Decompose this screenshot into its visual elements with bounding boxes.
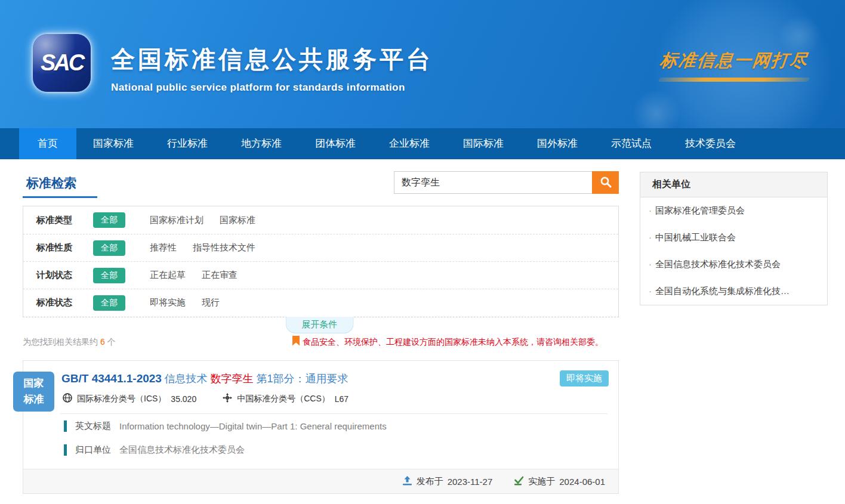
nav-item-group-standards[interactable]: 团体标准 (298, 128, 372, 159)
search-icon (599, 175, 612, 190)
sidebar-item-label: 国家标准化管理委员会 (655, 205, 745, 215)
title-part2: 第1部分：通用要求 (256, 373, 348, 385)
nav-item-local-standards[interactable]: 地方标准 (224, 128, 298, 159)
filter-row-standard-nature: 标准性质 全部 推荐性 指导性技术文件 (23, 234, 618, 261)
card-footer: 发布于 2023-11-27 实施于 2024-06-01 (23, 469, 618, 493)
search-box (394, 171, 619, 194)
item-dot: · (649, 286, 652, 296)
filter-all-button[interactable]: 全部 (93, 240, 125, 256)
slogan-underline (658, 78, 810, 82)
site-title: 全国标准信息公共服务平台 (111, 43, 433, 76)
badge-line1: 国家 (13, 376, 54, 391)
filter-row-plan-status: 计划状态 全部 正在起草 正在审查 (23, 261, 618, 289)
sidebar-item-machinery-federation[interactable]: ·中国机械工业联合会 (640, 224, 827, 251)
site-header: SAC 全国标准信息公共服务平台 National public service… (0, 0, 845, 128)
site-title-block: 全国标准信息公共服务平台 National public service pla… (111, 43, 433, 94)
standard-code[interactable]: GB/T 43441.1-2023 (61, 372, 162, 385)
sidebar-item-it-standardization[interactable]: ·全国信息技术标准化技术委员会 (640, 251, 827, 278)
filter-option[interactable]: 推荐性 (150, 242, 177, 253)
filter-label: 标准类型 (36, 215, 93, 226)
dept-row: 归口单位 全国信息技术标准化技术委员会 (64, 444, 245, 456)
ccs-label: 中国标准分类号（CCS） (237, 394, 330, 404)
nav-item-technical-committee[interactable]: 技术委员会 (668, 128, 753, 159)
implement-label: 实施于 (528, 476, 555, 487)
site-subtitle: National public service platform for sta… (111, 82, 433, 94)
sidebar-item-label: 全国自动化系统与集成标准化技… (655, 286, 790, 296)
results-count-suffix: 个 (107, 337, 116, 347)
search-tab-underline (23, 196, 97, 198)
english-title-value: Information technology—Digital twin—Part… (119, 421, 387, 431)
sac-logo-text: SAC (41, 50, 83, 76)
nav-item-international-standards[interactable]: 国际标准 (446, 128, 520, 159)
status-badge: 即将实施 (560, 370, 609, 386)
search-button[interactable] (592, 171, 619, 194)
ccs-value: L67 (335, 394, 349, 404)
item-dot: · (649, 205, 652, 215)
ics-label: 国际标准分类号（ICS） (77, 394, 166, 404)
notice-text: 食品安全、环境保护、工程建设方面的国家标准未纳入本系统，请咨询相关部委。 (303, 337, 603, 348)
search-input[interactable] (394, 171, 592, 194)
sidebar-item-sac[interactable]: ·国家标准化管理委员会 (640, 197, 827, 224)
filter-all-button[interactable]: 全部 (93, 212, 125, 228)
filter-label: 标准状态 (36, 297, 93, 308)
ics-value: 35.020 (171, 394, 196, 404)
english-title-row: 英文标题 Information technology—Digital twin… (64, 420, 387, 432)
header-slogan: 标准信息一网打尽 (649, 49, 819, 73)
related-units-panel: 相关单位 ·国家标准化管理委员会 ·中国机械工业联合会 ·全国信息技术标准化技术… (640, 172, 828, 305)
publish-date-group: 发布于 2023-11-27 (402, 476, 493, 487)
filter-row-standard-status: 标准状态 全部 即将实施 现行 (23, 289, 618, 316)
sidebar-item-automation-systems[interactable]: ·全国自动化系统与集成标准化技… (640, 278, 827, 305)
card-meta-row: 国际标准分类号（ICS） 35.020 中国标准分类号（CCS） L67 (63, 393, 349, 404)
results-count-prefix: 为您找到相关结果约 (23, 337, 98, 347)
dept-label: 归口单位 (75, 444, 111, 456)
filter-option[interactable]: 现行 (202, 297, 220, 308)
search-results-column: 标准检索 标准类型 全部 国家标准计划 国家标准 标准性质 (23, 159, 619, 504)
main-nav: 首页 国家标准 行业标准 地方标准 团体标准 企业标准 国际标准 国外标准 示范… (0, 128, 845, 159)
publish-label: 发布于 (417, 476, 443, 487)
english-title-label: 英文标题 (75, 420, 111, 432)
nav-item-home[interactable]: 首页 (19, 128, 76, 159)
sac-logo[interactable]: SAC (33, 34, 91, 92)
results-count: 为您找到相关结果约6个 (23, 337, 116, 348)
item-dot: · (649, 232, 652, 242)
results-line: 为您找到相关结果约6个 食品安全、环境保护、工程建设方面的国家标准未纳入本系统，… (23, 336, 619, 348)
filter-all-button[interactable]: 全部 (93, 268, 125, 283)
sidebar-item-label: 中国机械工业联合会 (655, 232, 736, 242)
standard-result-card: 国家 标准 GB/T 43441.1-2023 信息技术 数字孪生 第1部分：通… (23, 360, 619, 494)
nav-item-foreign-standards[interactable]: 国外标准 (520, 128, 594, 159)
nav-item-industry-standards[interactable]: 行业标准 (150, 128, 224, 159)
ics-group: 国际标准分类号（ICS） 35.020 (63, 393, 196, 404)
filter-option[interactable]: 正在审查 (202, 270, 238, 281)
filter-option[interactable]: 国家标准 (220, 215, 255, 226)
attr-bar (64, 444, 67, 456)
standard-title-link[interactable]: GB/T 43441.1-2023 信息技术 数字孪生 第1部分：通用要求 (61, 372, 348, 386)
nav-item-enterprise-standards[interactable]: 企业标准 (372, 128, 446, 159)
nav-item-pilot[interactable]: 示范试点 (594, 128, 668, 159)
bookmark-icon (292, 336, 300, 348)
attr-bar (64, 420, 67, 432)
standard-title[interactable]: 信息技术 数字孪生 第1部分：通用要求 (164, 373, 348, 385)
badge-line2: 标准 (13, 392, 54, 407)
filter-option[interactable]: 指导性技术文件 (193, 242, 255, 253)
card-divider (60, 413, 607, 414)
compass-icon (223, 393, 232, 404)
search-tab-title[interactable]: 标准检索 (26, 175, 76, 191)
filter-option[interactable]: 即将实施 (150, 297, 186, 308)
implement-check-icon (514, 476, 524, 487)
filter-option[interactable]: 正在起草 (150, 270, 186, 281)
globe-icon (63, 393, 72, 404)
publish-icon (402, 476, 412, 487)
dept-value: 全国信息技术标准化技术委员会 (119, 444, 245, 456)
filter-all-button[interactable]: 全部 (93, 295, 125, 311)
title-highlight: 数字孪生 (210, 373, 253, 385)
card-title-row: GB/T 43441.1-2023 信息技术 数字孪生 第1部分：通用要求 即将… (61, 370, 609, 386)
national-standard-badge[interactable]: 国家 标准 (13, 372, 54, 412)
item-dot: · (649, 259, 652, 269)
ccs-group: 中国标准分类号（CCS） L67 (223, 393, 349, 404)
header-slogan-block: 标准信息一网打尽 (650, 49, 818, 82)
filter-option[interactable]: 国家标准计划 (150, 215, 203, 226)
expand-conditions-button[interactable]: 展开条件 (285, 317, 353, 333)
results-count-number: 6 (98, 337, 107, 347)
filter-row-standard-type: 标准类型 全部 国家标准计划 国家标准 (23, 206, 618, 234)
nav-item-national-standards[interactable]: 国家标准 (76, 128, 150, 159)
